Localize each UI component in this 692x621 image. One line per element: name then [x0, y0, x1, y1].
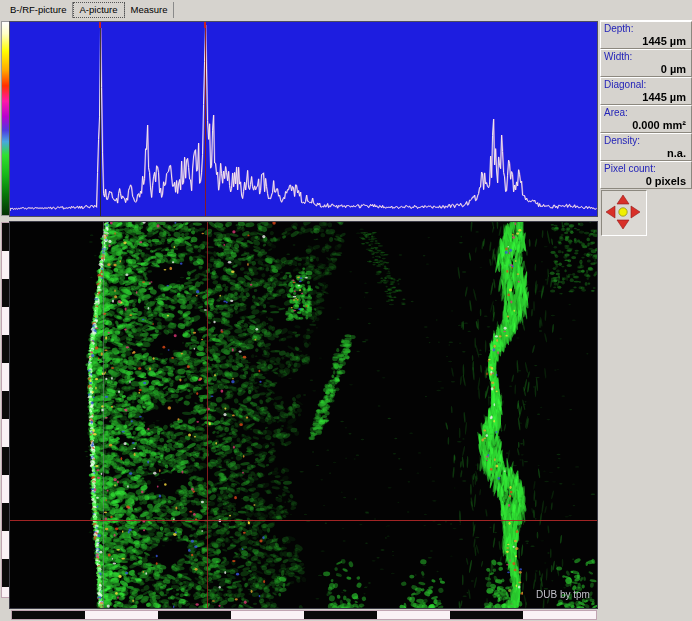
field-area: Area: 0.000 mm² [600, 105, 692, 133]
pan-up-icon[interactable] [617, 195, 629, 204]
pixel-count-label: Pixel count: [604, 163, 688, 175]
pan-control[interactable] [601, 190, 647, 236]
density-value: n.a. [604, 147, 688, 160]
area-label: Area: [604, 107, 688, 119]
b-scan-image[interactable] [10, 222, 597, 608]
width-label: Width: [604, 51, 688, 63]
field-diagonal: Diagonal: 1445 µm [600, 77, 692, 105]
diagonal-label: Diagonal: [604, 79, 688, 91]
area-value: 0.000 mm² [604, 119, 688, 132]
pan-center-icon[interactable] [619, 208, 627, 216]
depth-label: Depth: [604, 23, 688, 35]
field-width: Width: 0 µm [600, 49, 692, 77]
vertical-scale-ruler [2, 223, 10, 597]
tab-b-rf-picture[interactable]: B-/RF-picture [4, 2, 73, 18]
pan-down-icon[interactable] [617, 220, 629, 229]
tab-measure[interactable]: Measure [125, 2, 175, 18]
width-value: 0 µm [604, 63, 688, 76]
a-scan-plot[interactable] [10, 22, 597, 216]
density-label: Density: [604, 135, 688, 147]
field-pixel-count: Pixel count: 0 pixels [600, 161, 692, 189]
pixel-count-value: 0 pixels [604, 175, 688, 188]
watermark-label: DUB by tpm [536, 589, 590, 600]
measurement-sidebar: Depth: 1445 µm Width: 0 µm Diagonal: 144… [600, 20, 692, 621]
depth-value: 1445 µm [604, 35, 688, 48]
diagonal-value: 1445 µm [604, 91, 688, 104]
pan-left-icon[interactable] [606, 206, 615, 218]
tab-a-picture[interactable]: A-picture [73, 2, 124, 18]
field-depth: Depth: 1445 µm [600, 21, 692, 49]
horizontal-scale-ruler [12, 611, 596, 619]
field-density: Density: n.a. [600, 133, 692, 161]
intensity-colorbar [2, 22, 10, 215]
tab-bar: B-/RF-picture A-picture Measure [0, 0, 692, 20]
pan-right-icon[interactable] [631, 206, 640, 218]
